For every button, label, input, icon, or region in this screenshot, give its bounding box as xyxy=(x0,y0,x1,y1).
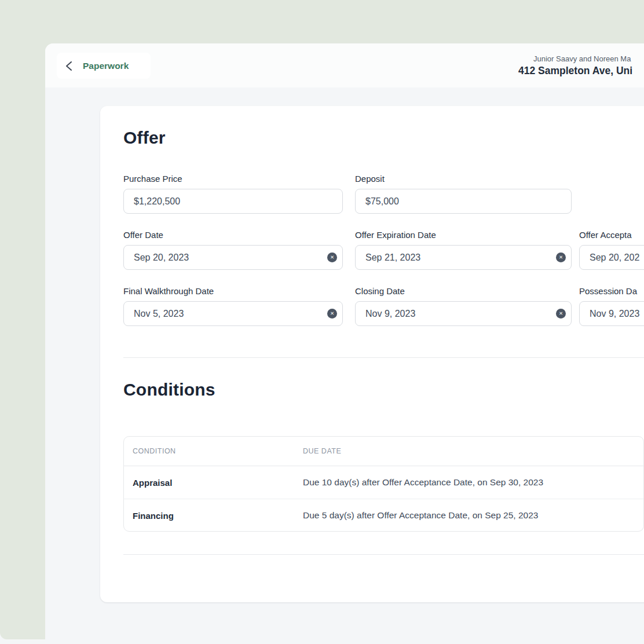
section-divider xyxy=(123,357,644,358)
closing-date-value: Nov 9, 2023 xyxy=(365,309,415,319)
clear-icon[interactable]: ✕ xyxy=(556,309,566,319)
purchase-price-input[interactable]: $1,220,500 xyxy=(123,189,343,214)
client-names: Junior Saavy and Noreen Ma xyxy=(533,54,631,63)
deposit-input[interactable]: $75,000 xyxy=(355,189,572,214)
form-row: Offer Date Sep 20, 2023 ✕ Offer Expirati… xyxy=(123,230,644,285)
deposit-label: Deposit xyxy=(355,174,572,184)
conditions-section-title: Conditions xyxy=(123,380,215,400)
conditions-table: CONDITION DUE DATE Appraisal Due 10 day(… xyxy=(123,436,644,532)
final-walkthrough-date-field: Final Walkthrough Date Nov 5, 2023 ✕ xyxy=(123,286,343,326)
chevron-left-icon xyxy=(65,61,74,71)
offer-card: Offer Purchase Price $1,220,500 Deposit … xyxy=(100,106,644,602)
offer-expiration-date-label: Offer Expiration Date xyxy=(355,230,572,240)
clear-icon[interactable]: ✕ xyxy=(327,253,337,262)
offer-acceptance-date-field: Offer Accepta Sep 20, 202 xyxy=(579,230,644,270)
conditions-table-header: CONDITION DUE DATE xyxy=(124,437,643,466)
offer-date-label: Offer Date xyxy=(123,230,343,240)
offer-date-field: Offer Date Sep 20, 2023 ✕ xyxy=(123,230,343,270)
section-divider xyxy=(123,554,644,555)
final-walkthrough-date-value: Nov 5, 2023 xyxy=(134,309,184,319)
table-row[interactable]: Appraisal Due 10 day(s) after Offer Acce… xyxy=(124,466,643,499)
final-walkthrough-date-input[interactable]: Nov 5, 2023 ✕ xyxy=(123,301,343,326)
purchase-price-label: Purchase Price xyxy=(123,174,343,184)
offer-date-input[interactable]: Sep 20, 2023 ✕ xyxy=(123,245,343,270)
condition-due-date: Due 5 day(s) after Offer Acceptance Date… xyxy=(303,510,643,521)
offer-expiration-date-field: Offer Expiration Date Sep 21, 2023 ✕ xyxy=(355,230,572,270)
possession-date-field: Possession Da Nov 9, 2023 xyxy=(579,286,644,326)
offer-expiration-date-input[interactable]: Sep 21, 2023 ✕ xyxy=(355,245,572,270)
offer-section-title: Offer xyxy=(123,128,166,148)
table-row[interactable]: Financing Due 5 day(s) after Offer Accep… xyxy=(124,499,643,532)
purchase-price-field: Purchase Price $1,220,500 xyxy=(123,174,343,214)
offer-acceptance-date-label: Offer Accepta xyxy=(579,230,644,240)
back-button[interactable]: Paperwork xyxy=(57,53,151,79)
deposit-field: Deposit $75,000 xyxy=(355,174,572,214)
form-row: Purchase Price $1,220,500 Deposit $75,00… xyxy=(123,174,644,229)
closing-date-field: Closing Date Nov 9, 2023 ✕ xyxy=(355,286,572,326)
due-date-column-header: DUE DATE xyxy=(303,447,643,455)
closing-date-label: Closing Date xyxy=(355,286,572,296)
possession-date-input[interactable]: Nov 9, 2023 xyxy=(579,301,644,326)
top-bar: Paperwork Junior Saavy and Noreen Ma 412… xyxy=(45,43,644,87)
offer-date-value: Sep 20, 2023 xyxy=(134,253,189,263)
possession-date-label: Possession Da xyxy=(579,286,644,296)
offer-expiration-date-value: Sep 21, 2023 xyxy=(365,253,420,263)
main-panel: Paperwork Junior Saavy and Noreen Ma 412… xyxy=(45,43,644,644)
condition-due-date: Due 10 day(s) after Offer Acceptance Dat… xyxy=(303,477,643,488)
condition-column-header: CONDITION xyxy=(124,447,303,455)
clear-icon[interactable]: ✕ xyxy=(327,309,337,319)
final-walkthrough-date-label: Final Walkthrough Date xyxy=(123,286,343,296)
property-address: 412 Sampleton Ave, Uni xyxy=(518,65,632,77)
form-row: Final Walkthrough Date Nov 5, 2023 ✕ Clo… xyxy=(123,286,644,341)
condition-name: Financing xyxy=(124,511,303,521)
condition-name: Appraisal xyxy=(124,478,303,488)
clear-icon[interactable]: ✕ xyxy=(556,253,566,262)
closing-date-input[interactable]: Nov 9, 2023 ✕ xyxy=(355,301,572,326)
back-button-label: Paperwork xyxy=(83,61,129,71)
offer-acceptance-date-input[interactable]: Sep 20, 202 xyxy=(579,245,644,270)
